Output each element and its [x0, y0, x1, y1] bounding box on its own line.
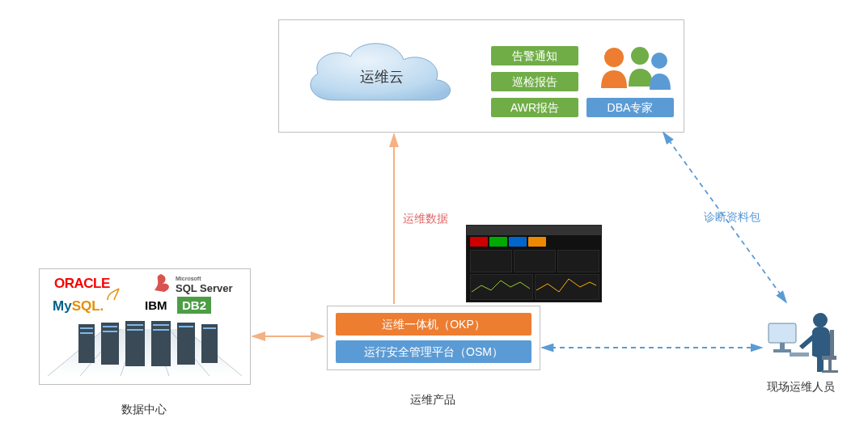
cloud-label: 运维云	[294, 67, 470, 87]
data-center-box: ORACLE Microsoft SQL Server MySQL. IBM D…	[39, 268, 251, 385]
svg-rect-24	[153, 324, 169, 326]
data-center-label: 数据中心	[39, 403, 249, 417]
logo-oracle: ORACLE	[54, 276, 110, 292]
svg-point-1	[631, 47, 649, 65]
svg-rect-27	[203, 327, 216, 329]
svg-rect-23	[127, 329, 143, 331]
pill-awr-report: AWR报告	[491, 98, 578, 117]
svg-rect-31	[790, 352, 809, 357]
svg-rect-33	[830, 330, 834, 357]
svg-point-0	[604, 48, 624, 67]
edge-label-diag-pack: 诊断资料包	[704, 210, 760, 225]
svg-rect-29	[780, 343, 785, 349]
dashboard-thumbnail	[466, 225, 602, 302]
svg-rect-21	[103, 331, 117, 332]
onsite-person-label: 现场运维人员	[736, 380, 866, 395]
cloud-ops-box: 运维云 告警通知 巡检报告 AWR报告 DBA专家	[278, 19, 684, 133]
edge-label-ops-data: 运维数据	[403, 212, 448, 226]
ops-product-box: 运维一体机（OKP） 运行安全管理平台（OSM）	[327, 306, 540, 370]
svg-rect-34	[822, 356, 836, 360]
svg-rect-19	[80, 332, 93, 334]
svg-rect-35	[828, 360, 832, 371]
pill-alert-notify: 告警通知	[491, 46, 578, 65]
svg-rect-22	[127, 324, 143, 326]
svg-rect-25	[153, 329, 169, 331]
logo-ibm: IBM	[145, 298, 167, 312]
svg-text:Microsoft: Microsoft	[176, 276, 201, 281]
logo-mysql: MySQL.	[53, 298, 104, 314]
logo-db2: DB2	[177, 297, 211, 314]
ops-product-label: 运维产品	[327, 393, 539, 407]
svg-rect-36	[822, 370, 838, 373]
svg-text:SQL Server: SQL Server	[176, 282, 233, 294]
svg-rect-13	[101, 323, 119, 365]
svg-rect-16	[177, 323, 195, 365]
svg-point-2	[651, 53, 667, 69]
svg-point-32	[813, 313, 828, 327]
pill-dba-expert: DBA专家	[586, 98, 674, 117]
svg-rect-20	[103, 326, 117, 327]
svg-rect-28	[768, 323, 796, 343]
pill-okp: 运维一体机（OKP）	[336, 313, 531, 336]
pill-inspect-report: 巡检报告	[491, 72, 578, 91]
svg-rect-30	[773, 349, 791, 352]
server-racks-icon	[48, 319, 242, 376]
svg-rect-14	[125, 321, 145, 366]
pill-osm: 运行安全管理平台（OSM）	[336, 340, 531, 363]
svg-rect-15	[151, 321, 171, 366]
onsite-person-icon	[765, 306, 838, 375]
svg-rect-26	[179, 326, 193, 327]
svg-rect-12	[78, 324, 95, 363]
cloud-icon: 运维云	[294, 33, 470, 119]
svg-rect-18	[80, 327, 93, 329]
logo-sqlserver: Microsoft SQL Server	[151, 272, 240, 300]
people-group-icon	[591, 43, 672, 91]
svg-rect-17	[201, 324, 218, 363]
